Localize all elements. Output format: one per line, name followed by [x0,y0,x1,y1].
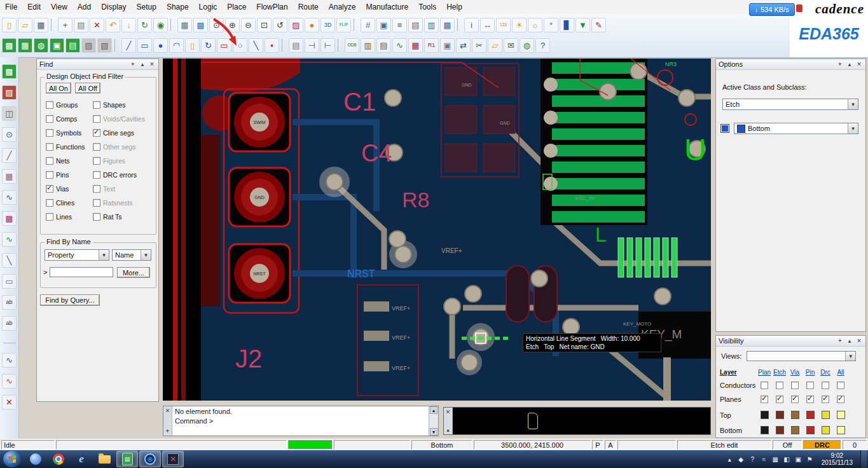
options-panel-titlebar[interactable]: Options [716,59,865,70]
menu-item[interactable]: Place [222,0,251,14]
draw-circle-icon[interactable]: ○ [233,38,247,53]
cross-section-icon[interactable]: ▥ [424,18,439,32]
settings-icon[interactable]: * [544,18,558,32]
chevron-down-icon[interactable] [141,250,151,260]
menu-item[interactable]: File [0,0,22,14]
signal-icon[interactable]: ∿ [2,232,17,247]
find-filter-checkbox[interactable]: Shapes [93,98,145,112]
pcb-editor-icon[interactable]: ✕ [162,451,184,467]
pin-tool-icon[interactable]: ⊙ [2,127,17,142]
add-line-icon[interactable]: ╱ [121,38,136,53]
visibility-checkbox[interactable] [761,382,768,389]
flag-icon[interactable]: ⚑ [806,456,814,463]
text-abc-del-icon[interactable]: ab [2,316,17,331]
show-desktop-button[interactable] [860,450,867,468]
network-icon[interactable]: ▣ [794,456,803,463]
chevron-down-icon[interactable] [848,123,858,134]
menu-item[interactable]: Help [441,0,467,14]
collapse-icon[interactable] [444,426,452,434]
windows-icon[interactable]: ▣ [376,18,391,32]
values-icon[interactable]: R1 [424,38,439,53]
volume-icon[interactable]: ◧ [783,456,791,463]
visibility-checkbox[interactable] [806,396,814,403]
chevron-down-icon[interactable] [845,352,855,361]
properties-icon[interactable]: ≡ [392,18,407,32]
zoom-out-icon[interactable]: ⊖ [241,18,256,32]
media-app-icon[interactable] [25,451,46,467]
add-text-icon[interactable]: ▯ [185,38,200,53]
collapse-icon[interactable] [139,60,146,68]
menu-item[interactable]: Manufacture [361,0,413,14]
views-dropdown[interactable] [747,351,856,361]
shape-edit-icon[interactable]: ▦ [18,38,32,53]
visibility-checkbox[interactable] [761,396,768,403]
close-icon[interactable] [164,407,172,415]
layer-color-swatch[interactable] [806,411,815,419]
text-abc-add-icon[interactable]: ab [2,295,17,310]
web-icon[interactable]: ◍ [520,38,534,53]
pin-icon[interactable] [164,427,172,435]
shell-icon[interactable]: ● [305,18,319,32]
pin-spacing-icon[interactable]: ⊣ [305,38,319,53]
close-icon[interactable] [855,60,863,68]
allegro-launcher-icon[interactable]: ◎ [139,451,161,467]
filter-icon[interactable]: ▼ [575,18,590,32]
layer-color-swatch[interactable] [776,411,784,419]
all-on-button[interactable]: All On [46,83,71,93]
col-header-pin[interactable]: Pin [803,369,818,376]
find-name-dropdown[interactable]: Name [112,249,151,261]
measure-icon[interactable]: ↔ [480,18,495,32]
pin-icon[interactable] [129,60,137,68]
scissors-icon[interactable]: ✂ [472,38,486,53]
line-tool-icon[interactable]: ╲ [2,253,17,268]
color-dialog-icon[interactable]: ▨ [289,18,303,32]
hidden-icons-chevron[interactable]: ▴ [726,456,734,463]
visibility-panel-titlebar[interactable]: Visibility [716,336,865,347]
padstack-icon[interactable]: ◫ [2,106,17,121]
ruler-icon[interactable]: ╱ [2,148,17,163]
find-filter-checkbox[interactable]: Text [93,182,145,196]
collapse-icon[interactable] [846,337,853,345]
find-filter-checkbox[interactable]: Ratsnests [93,196,145,210]
layer-color-swatch[interactable] [761,411,769,419]
dimension-icon[interactable]: ⊢ [320,38,335,53]
find-filter-checkbox[interactable]: DRC errors [93,168,145,182]
zoom-points-icon[interactable]: ⊡ [257,18,272,32]
layer-color-swatch[interactable] [837,426,845,434]
visibility-checkbox[interactable] [776,382,783,389]
help-tray-icon[interactable]: ? [748,456,757,463]
col-header-etch[interactable]: Etch [772,369,787,376]
chart-icon[interactable]: ▊ [560,18,574,32]
highlight-icon[interactable]: ☀ [512,18,527,32]
find-panel-titlebar[interactable]: Find [37,59,158,70]
rect-tool-icon[interactable]: ▭ [2,274,17,289]
find-name-input[interactable] [50,267,113,277]
menu-item[interactable]: Logic [194,0,223,14]
shape-circle-icon[interactable]: ◍ [34,38,48,53]
menu-item[interactable]: Add [72,0,96,14]
visibility-checkbox[interactable] [822,382,829,389]
col-header-via[interactable]: Via [787,369,803,376]
col-header-all[interactable]: All [833,369,848,376]
all-off-button[interactable]: All Off [75,83,100,93]
visibility-checkbox[interactable] [806,382,814,389]
flip-design-icon[interactable]: FLIP [336,18,351,32]
marker-icon[interactable]: ✎ [591,18,606,32]
layer-color-swatch[interactable] [791,426,799,434]
add-spiral-icon[interactable]: ↻ [201,38,216,53]
dim-icon[interactable]: ☼ [528,18,542,32]
menu-item[interactable]: Tools [413,0,441,14]
connector-pad[interactable]: GND [229,168,290,226]
undo-icon[interactable]: ↶ [106,18,120,32]
add-circle-icon[interactable]: ● [153,38,168,53]
pads-icon[interactable]: ▦ [2,169,17,184]
waveform-icon[interactable]: ∿ [392,38,407,53]
open-folder-icon[interactable]: ▱ [18,18,32,32]
start-button[interactable] [3,451,21,467]
visibility-checkbox[interactable] [791,396,799,403]
chip-place-icon[interactable]: ▤ [289,38,303,53]
design-table-icon[interactable]: ▦ [440,18,455,32]
view-3d-icon[interactable]: 3D [320,18,335,32]
shape-gray-icon[interactable]: ▧ [97,38,112,53]
drc-status[interactable]: DRC [803,440,841,450]
